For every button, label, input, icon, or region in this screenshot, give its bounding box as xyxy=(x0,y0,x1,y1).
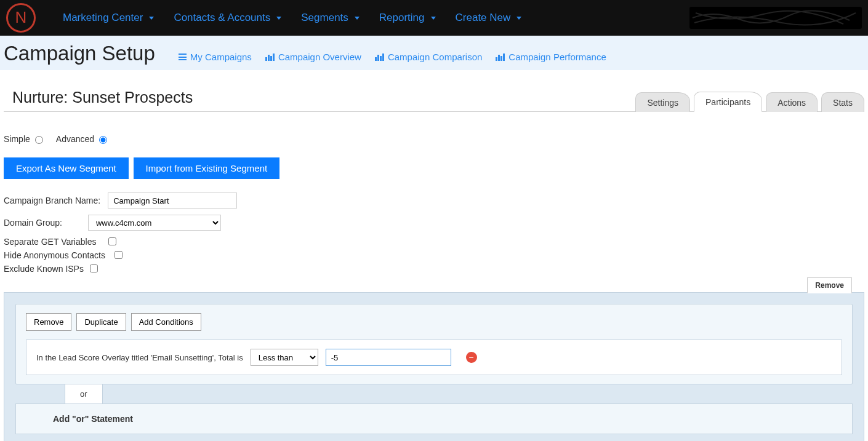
exclude-isp-label: Exclude Known ISPs xyxy=(4,264,90,274)
bar-chart-icon xyxy=(265,54,275,61)
rule-inner: Remove Duplicate Add Conditions In the L… xyxy=(15,304,853,384)
mode-advanced-radio[interactable] xyxy=(99,136,107,144)
branch-name-label: Campaign Branch Name: xyxy=(4,196,100,205)
tab-stats[interactable]: Stats xyxy=(821,92,864,112)
chevron-down-icon xyxy=(149,17,154,20)
mode-simple-label[interactable]: Simple xyxy=(4,134,43,144)
or-row: or xyxy=(15,384,853,403)
top-nav: N Marketing Center Contacts & Accounts S… xyxy=(0,0,868,36)
hide-anon-row: Hide Anonymous Contacts xyxy=(4,250,864,260)
separate-get-row: Separate GET Variables xyxy=(4,237,864,247)
hide-anon-checkbox[interactable] xyxy=(115,251,123,259)
bar-chart-icon xyxy=(496,54,505,61)
domain-group-label: Domain Group: xyxy=(4,218,62,228)
tab-participants[interactable]: Participants xyxy=(694,92,762,112)
chevron-down-icon xyxy=(276,17,281,20)
duplicate-button[interactable]: Duplicate xyxy=(76,313,126,331)
import-segment-button[interactable]: Import from Existing Segment xyxy=(134,157,280,179)
link-campaign-performance[interactable]: Campaign Performance xyxy=(496,52,606,62)
separate-get-label: Separate GET Variables xyxy=(4,237,108,247)
branch-name-row: Campaign Branch Name: xyxy=(4,193,864,209)
domain-group-select[interactable]: www.c4cm.com xyxy=(88,215,221,231)
remove-condition-icon[interactable]: – xyxy=(466,352,477,363)
chevron-down-icon xyxy=(431,17,436,20)
exclude-isp-row: Exclude Known ISPs xyxy=(4,264,864,274)
remove-block-tab[interactable]: Remove xyxy=(807,277,852,293)
page-title: Campaign Setup xyxy=(4,42,155,65)
link-campaign-comparison[interactable]: Campaign Comparison xyxy=(375,52,482,62)
logo-letter: N xyxy=(15,8,27,27)
branch-name-input[interactable] xyxy=(108,193,237,209)
chevron-down-icon xyxy=(516,17,521,20)
chevron-down-icon xyxy=(355,17,360,20)
bar-chart-icon xyxy=(375,54,384,61)
nav-items: Marketing Center Contacts & Accounts Seg… xyxy=(54,7,530,29)
nav-reporting[interactable]: Reporting xyxy=(371,7,444,29)
remove-button[interactable]: Remove xyxy=(26,313,71,331)
operator-select[interactable]: Less than xyxy=(251,349,318,366)
add-conditions-button[interactable]: Add Conditions xyxy=(131,313,201,331)
mode-row: Simple Advanced xyxy=(4,134,864,144)
link-campaign-overview[interactable]: Campaign Overview xyxy=(265,52,361,62)
value-input[interactable] xyxy=(326,349,451,366)
nav-create-new[interactable]: Create New xyxy=(447,7,531,29)
condition-box: In the Lead Score Overlay titled 'Email … xyxy=(26,340,842,375)
link-my-campaigns[interactable]: My Campaigns xyxy=(179,52,252,62)
tabs: Settings Participants Actions Stats xyxy=(635,91,864,111)
sub-nav: My Campaigns Campaign Overview Campaign … xyxy=(179,52,606,62)
tab-actions[interactable]: Actions xyxy=(766,92,818,112)
campaign-title: Nurture: Sunset Prospects xyxy=(4,81,193,111)
export-segment-button[interactable]: Export As New Segment xyxy=(4,157,129,179)
button-row: Export As New Segment Import from Existi… xyxy=(4,157,864,179)
content: Nurture: Sunset Prospects Settings Parti… xyxy=(0,70,868,441)
inner-button-row: Remove Duplicate Add Conditions xyxy=(26,313,842,331)
nav-segments[interactable]: Segments xyxy=(292,7,368,29)
nav-marketing-center[interactable]: Marketing Center xyxy=(54,7,163,29)
rule-outer: Remove Duplicate Add Conditions In the L… xyxy=(4,292,864,441)
mode-simple-radio[interactable] xyxy=(35,136,43,144)
user-area[interactable] xyxy=(689,7,862,29)
domain-group-row: Domain Group: www.c4cm.com xyxy=(4,215,864,231)
exclude-isp-checkbox[interactable] xyxy=(90,264,98,272)
hide-anon-label: Hide Anonymous Contacts xyxy=(4,250,115,260)
sub-header: Campaign Setup My Campaigns Campaign Ove… xyxy=(0,36,868,70)
add-or-statement-button[interactable]: Add "or" Statement xyxy=(15,403,853,434)
redacted-scribble xyxy=(689,7,862,29)
logo[interactable]: N xyxy=(6,3,36,33)
mode-advanced-label[interactable]: Advanced xyxy=(56,134,107,144)
nav-contacts-accounts[interactable]: Contacts & Accounts xyxy=(165,7,290,29)
separate-get-checkbox[interactable] xyxy=(108,237,116,245)
tab-settings[interactable]: Settings xyxy=(635,92,690,112)
list-icon xyxy=(179,54,187,60)
rule-wrapper: Remove Remove Duplicate Add Conditions I… xyxy=(4,292,864,441)
or-connector: or xyxy=(65,384,103,403)
condition-text: In the Lead Score Overlay titled 'Email … xyxy=(36,353,243,362)
campaign-header: Nurture: Sunset Prospects Settings Parti… xyxy=(4,81,864,112)
